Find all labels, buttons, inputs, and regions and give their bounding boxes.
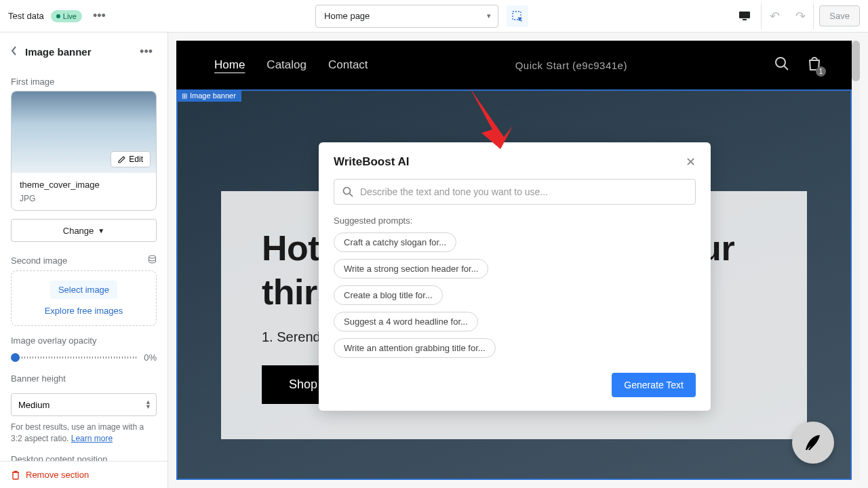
modal-title: WriteBoost AI	[334, 155, 409, 169]
more-menu-button[interactable]: •••	[89, 6, 110, 26]
opacity-label: Image overlay opacity	[11, 336, 157, 346]
section-picker-button[interactable]	[507, 5, 528, 27]
monitor-icon	[738, 11, 751, 21]
first-image-card: Edit theme_cover_image JPG	[11, 91, 157, 211]
helper-text: For best results, use an image with a 3:…	[0, 416, 167, 445]
banner-height-select[interactable]: Medium	[11, 393, 157, 416]
live-badge: Live	[51, 10, 82, 22]
nav-contact[interactable]: Contact	[328, 58, 368, 72]
desktop-view-button[interactable]	[734, 5, 755, 27]
change-label: Change	[63, 226, 94, 236]
top-bar: Test data Live ••• Home page ↶ ↷ Save	[0, 0, 868, 33]
edit-label: Edit	[129, 155, 143, 164]
undo-button[interactable]: ↶	[762, 3, 787, 29]
generate-text-button[interactable]: Generate Text	[612, 373, 696, 397]
desktop-position-label: Desktop content position	[0, 445, 167, 461]
slider-thumb[interactable]	[11, 353, 20, 362]
first-image-label: First image	[0, 71, 167, 91]
nav-catalog[interactable]: Catalog	[267, 58, 307, 72]
image-preview[interactable]: Edit	[12, 92, 156, 173]
svg-point-3	[149, 256, 156, 258]
section-more-button[interactable]: •••	[136, 42, 157, 62]
svg-rect-2	[743, 19, 747, 20]
page-selector-value: Home page	[324, 11, 370, 21]
sidebar-title: Image banner	[25, 46, 92, 58]
edit-image-button[interactable]: Edit	[111, 151, 151, 167]
feather-icon	[803, 432, 823, 453]
test-data-label: Test data	[8, 11, 44, 21]
svg-line-5	[784, 66, 788, 70]
prompt-chip[interactable]: Write an attention grabbing title for...	[334, 338, 496, 358]
prompt-chip[interactable]: Craft a catchy slogan for...	[334, 232, 456, 252]
cart-button[interactable]: 1	[807, 56, 822, 75]
save-button[interactable]: Save	[819, 5, 860, 26]
remove-section-label: Remove section	[26, 470, 89, 480]
cart-count-badge: 1	[816, 66, 826, 77]
prompt-input[interactable]	[360, 186, 687, 197]
opacity-value: 0%	[144, 352, 157, 363]
second-image-dropzone[interactable]: Select image Explore free images	[11, 270, 157, 326]
svg-line-7	[350, 194, 353, 197]
section-tag-label: Image banner	[190, 92, 236, 100]
search-icon	[342, 186, 353, 197]
pencil-icon	[118, 156, 125, 163]
banner-height-label: Banner height	[0, 363, 167, 388]
canvas-scrollbar[interactable]	[852, 41, 860, 480]
second-image-label: Second image	[11, 256, 67, 266]
writeboost-fab[interactable]	[792, 422, 834, 464]
suggested-prompts-label: Suggested prompts:	[334, 216, 696, 226]
store-title: Quick Start (e9c9341e)	[389, 60, 754, 71]
remove-section-button[interactable]: Remove section	[0, 461, 167, 488]
database-icon	[148, 254, 157, 266]
select-image-button[interactable]: Select image	[50, 281, 117, 299]
redo-button[interactable]: ↷	[787, 3, 813, 29]
prompt-chip[interactable]: Suggest a 4 word headline for...	[334, 312, 478, 331]
settings-sidebar: Image banner ••• First image Edit theme_…	[0, 33, 168, 488]
image-extension: JPG	[20, 194, 148, 203]
svg-rect-1	[739, 12, 750, 18]
store-header: Home Catalog Contact Quick Start (e9c934…	[176, 41, 860, 89]
selection-icon	[511, 10, 524, 22]
nav-home[interactable]: Home	[214, 58, 245, 72]
learn-more-link[interactable]: Learn more	[71, 434, 113, 443]
prompt-chip[interactable]: Write a strong section header for...	[334, 259, 488, 279]
modal-close-button[interactable]: ✕	[686, 155, 696, 169]
section-tag[interactable]: ⊞ Image banner	[176, 89, 241, 102]
page-selector[interactable]: Home page	[315, 5, 498, 28]
change-image-button[interactable]: Change ▼	[11, 219, 157, 242]
scrollbar-thumb[interactable]	[852, 41, 860, 81]
trash-icon	[11, 470, 20, 480]
svg-point-6	[344, 188, 351, 195]
back-button[interactable]	[11, 46, 17, 58]
opacity-slider[interactable]	[11, 357, 138, 359]
image-filename: theme_cover_image	[20, 180, 148, 190]
prompt-input-wrap[interactable]	[334, 179, 696, 205]
search-icon[interactable]	[774, 56, 789, 74]
prompt-chip[interactable]: Create a blog title for...	[334, 285, 443, 305]
explore-free-images-link[interactable]: Explore free images	[45, 306, 123, 316]
svg-point-4	[776, 58, 785, 67]
writeboost-modal: WriteBoost AI ✕ Suggested prompts: Craft…	[319, 142, 711, 411]
